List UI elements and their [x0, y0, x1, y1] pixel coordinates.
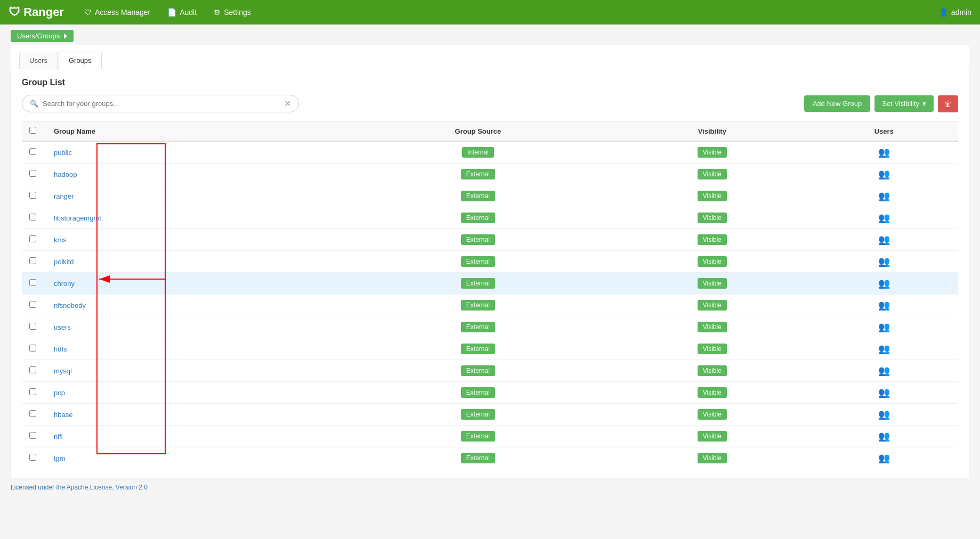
- set-visibility-label: Set Visibility: [882, 100, 919, 108]
- row-group-source: External: [342, 251, 614, 273]
- source-badge: External: [461, 387, 495, 398]
- row-users[interactable]: 👥: [810, 229, 958, 251]
- row-group-name: hdfs: [43, 338, 342, 360]
- row-checkbox[interactable]: [29, 214, 36, 220]
- group-name-link[interactable]: mysql: [54, 367, 72, 375]
- breadcrumb[interactable]: Users/Groups: [11, 30, 74, 42]
- breadcrumb-label: Users/Groups: [17, 32, 60, 40]
- tab-users[interactable]: Users: [19, 52, 58, 69]
- row-checkbox[interactable]: [29, 410, 36, 417]
- source-badge: External: [461, 169, 495, 179]
- visibility-badge: Visible: [698, 365, 727, 376]
- nav-audit[interactable]: 📄 Audit: [160, 4, 204, 21]
- row-users[interactable]: 👥: [810, 273, 958, 295]
- nav-settings[interactable]: ⚙ Settings: [206, 4, 258, 21]
- user-menu[interactable]: 👤 admin: [939, 8, 971, 17]
- source-badge: External: [461, 453, 495, 463]
- row-checkbox[interactable]: [29, 279, 36, 286]
- row-users[interactable]: 👥: [810, 426, 958, 447]
- group-name-link[interactable]: ranger: [54, 192, 74, 200]
- row-checkbox[interactable]: [29, 432, 36, 439]
- row-users[interactable]: 👥: [810, 338, 958, 360]
- row-checkbox[interactable]: [29, 454, 36, 461]
- row-checkbox[interactable]: [29, 235, 36, 242]
- row-users[interactable]: 👥: [810, 141, 958, 164]
- users-icon[interactable]: 👥: [878, 387, 890, 398]
- row-users[interactable]: 👥: [810, 251, 958, 273]
- brand-logo[interactable]: 🛡 Ranger: [9, 5, 64, 19]
- users-icon[interactable]: 👥: [878, 234, 890, 245]
- row-visibility: Visible: [614, 141, 809, 164]
- users-icon[interactable]: 👥: [878, 453, 890, 463]
- group-name-link[interactable]: libstoragemgmt: [54, 214, 101, 222]
- row-group-name: libstoragemgmt: [43, 207, 342, 229]
- row-checkbox-cell: [22, 229, 43, 251]
- row-group-source: External: [342, 338, 614, 360]
- table-row: users External Visible 👥: [22, 316, 958, 338]
- row-users[interactable]: 👥: [810, 404, 958, 426]
- users-icon[interactable]: 👥: [878, 147, 890, 158]
- group-name-link[interactable]: hadoop: [54, 170, 77, 178]
- nav-settings-label: Settings: [224, 8, 251, 17]
- users-icon[interactable]: 👥: [878, 431, 890, 442]
- users-icon[interactable]: 👥: [878, 213, 890, 223]
- row-group-source: External: [342, 360, 614, 382]
- row-checkbox[interactable]: [29, 366, 36, 373]
- users-icon[interactable]: 👥: [878, 365, 890, 376]
- row-checkbox[interactable]: [29, 257, 36, 264]
- row-checkbox[interactable]: [29, 148, 36, 155]
- row-checkbox-cell: [22, 141, 43, 164]
- users-icon[interactable]: 👥: [878, 169, 890, 179]
- license-link[interactable]: Licensed under the Apache License, Versi…: [11, 484, 148, 491]
- group-name-link[interactable]: polkitd: [54, 258, 74, 266]
- row-users[interactable]: 👥: [810, 295, 958, 316]
- row-users[interactable]: 👥: [810, 360, 958, 382]
- users-icon[interactable]: 👥: [878, 300, 890, 311]
- table-row: pcp External Visible 👥: [22, 382, 958, 404]
- nav-access-manager[interactable]: 🛡 Access Manager: [77, 4, 158, 21]
- group-name-link[interactable]: public: [54, 149, 72, 157]
- add-new-group-button[interactable]: Add New Group: [804, 95, 871, 112]
- row-checkbox[interactable]: [29, 323, 36, 330]
- users-icon[interactable]: 👥: [878, 344, 890, 354]
- group-name-link[interactable]: chrony: [54, 280, 75, 288]
- visibility-badge: Visible: [698, 300, 727, 311]
- users-icon[interactable]: 👥: [878, 409, 890, 420]
- tab-groups[interactable]: Groups: [59, 52, 102, 69]
- search-box[interactable]: 🔍 ✕: [22, 95, 299, 112]
- row-checkbox[interactable]: [29, 388, 36, 395]
- set-visibility-button[interactable]: Set Visibility ▾: [874, 95, 934, 112]
- row-visibility: Visible: [614, 207, 809, 229]
- row-users[interactable]: 👥: [810, 185, 958, 207]
- delete-button[interactable]: 🗑: [938, 95, 958, 112]
- tabs: Users Groups: [11, 45, 969, 69]
- visibility-badge: Visible: [698, 431, 727, 442]
- users-icon[interactable]: 👥: [878, 256, 890, 267]
- users-icon[interactable]: 👥: [878, 191, 890, 201]
- group-name-link[interactable]: users: [54, 323, 71, 331]
- group-name-link[interactable]: kms: [54, 236, 67, 244]
- header-visibility: Visibility: [614, 121, 809, 142]
- select-all-checkbox[interactable]: [29, 127, 36, 134]
- row-checkbox[interactable]: [29, 345, 36, 352]
- users-icon[interactable]: 👥: [878, 278, 890, 289]
- group-name-link[interactable]: hdfs: [54, 345, 67, 353]
- row-checkbox[interactable]: [29, 170, 36, 177]
- row-users[interactable]: 👥: [810, 207, 958, 229]
- row-users[interactable]: 👥: [810, 382, 958, 404]
- access-manager-icon: 🛡: [84, 8, 92, 17]
- users-icon[interactable]: 👥: [878, 322, 890, 332]
- search-input[interactable]: [43, 100, 284, 108]
- row-visibility: Visible: [614, 338, 809, 360]
- group-name-link[interactable]: nifi: [54, 432, 63, 440]
- row-users[interactable]: 👥: [810, 164, 958, 185]
- group-name-link[interactable]: hbase: [54, 411, 72, 419]
- row-checkbox[interactable]: [29, 301, 36, 308]
- group-name-link[interactable]: tgm: [54, 454, 66, 462]
- group-name-link[interactable]: pcp: [54, 389, 65, 397]
- search-clear-icon[interactable]: ✕: [284, 99, 291, 109]
- row-users[interactable]: 👥: [810, 316, 958, 338]
- group-name-link[interactable]: nfsnobody: [54, 301, 86, 309]
- row-checkbox[interactable]: [29, 192, 36, 199]
- row-users[interactable]: 👥: [810, 447, 958, 469]
